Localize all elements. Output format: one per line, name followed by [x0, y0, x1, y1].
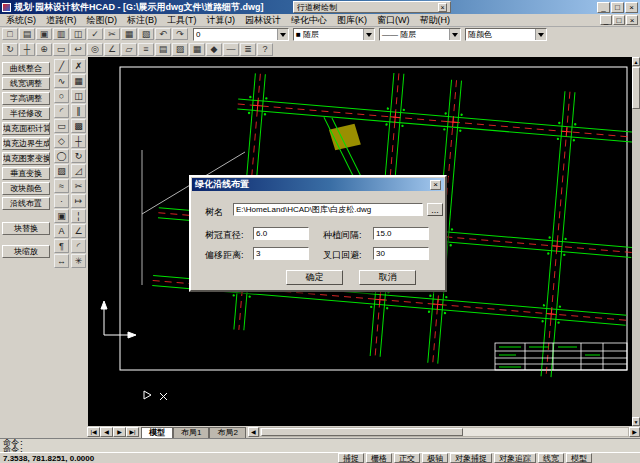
tab-nav-button-1[interactable]: ◀	[100, 427, 113, 437]
status-toggle-7[interactable]: 模型	[566, 453, 592, 463]
menu-item-4[interactable]: 工具(T)	[162, 14, 202, 27]
vertical-scroll-thumb[interactable]	[632, 67, 640, 109]
zoom-previous-icon[interactable]: ↩	[70, 43, 86, 56]
offset-icon[interactable]: ∥	[71, 104, 86, 118]
move-icon[interactable]: ┼	[71, 134, 86, 148]
new-icon[interactable]: □	[2, 28, 18, 40]
chamfer-icon[interactable]: ∠	[71, 224, 86, 238]
help-icon[interactable]: ?	[257, 43, 273, 56]
scroll-down-icon[interactable]: ▼	[632, 417, 640, 426]
junction-avoid-input[interactable]	[373, 247, 429, 260]
mdi-minimize-button[interactable]: _	[600, 15, 612, 25]
status-toggle-6[interactable]: 线宽	[538, 453, 564, 463]
offset-distance-input[interactable]	[253, 247, 309, 260]
zoom-window-icon[interactable]: ▭	[53, 43, 69, 56]
match-properties-icon[interactable]: ▨	[172, 43, 188, 56]
hatch-icon[interactable]: ▨	[54, 164, 69, 178]
lineweight-control-icon[interactable]: ≣	[240, 43, 256, 56]
mtext-icon[interactable]: ¶	[54, 239, 69, 253]
tab-model[interactable]: 模型	[141, 427, 173, 438]
linetype-combo[interactable]: —— 随层	[379, 28, 461, 41]
rectangle-icon[interactable]: ▭	[54, 119, 69, 133]
tab-nav-button-0[interactable]: |◀	[87, 427, 100, 437]
side-button-9[interactable]: 沿线布置	[2, 197, 50, 210]
text-icon[interactable]: A	[54, 224, 69, 238]
menu-item-6[interactable]: 园林设计	[240, 14, 286, 27]
extend-icon[interactable]: ↦	[71, 194, 86, 208]
side-button-0[interactable]: 曲线整合	[2, 62, 50, 75]
ok-button[interactable]: 确定	[286, 270, 343, 285]
scale-icon[interactable]: ◿	[71, 164, 86, 178]
break-icon[interactable]: ¦	[71, 209, 86, 223]
menu-item-9[interactable]: 窗口(W)	[372, 14, 415, 27]
horizontal-scroll-track[interactable]	[259, 427, 629, 437]
side-button-6[interactable]: 填充图案变换	[2, 152, 50, 165]
horizontal-scrollbar[interactable]: ◀ ▶	[248, 427, 640, 438]
maximize-button[interactable]: □	[611, 2, 624, 13]
spline-icon[interactable]: ≈	[54, 179, 69, 193]
paste-icon[interactable]: ▧	[138, 28, 154, 40]
distance-icon[interactable]: ∠	[104, 43, 120, 56]
side-button-3[interactable]: 半径修改	[2, 107, 50, 120]
status-toggle-5[interactable]: 对象追踪	[494, 453, 536, 463]
status-toggle-4[interactable]: 对象捕捉	[450, 453, 492, 463]
zoom-realtime-icon[interactable]: ⊕	[36, 43, 52, 56]
side-button-10[interactable]: 块替换	[2, 222, 50, 235]
vertical-scrollbar[interactable]: ▲ ▼	[632, 57, 640, 426]
tab-layout2[interactable]: 布局2	[209, 427, 245, 438]
layers-icon[interactable]: ▦	[189, 43, 205, 56]
mdi-restore-button[interactable]: □	[613, 15, 625, 25]
point-icon[interactable]: ·	[54, 194, 69, 208]
menu-item-5[interactable]: 计算(J)	[202, 14, 241, 27]
redo-icon[interactable]: ↷	[172, 28, 188, 40]
color-combo-arrow-icon[interactable]	[363, 29, 374, 40]
scroll-up-icon[interactable]: ▲	[632, 57, 640, 66]
menu-item-8[interactable]: 图库(K)	[332, 14, 372, 27]
scroll-right-icon[interactable]: ▶	[629, 427, 640, 437]
menu-item-10[interactable]: 帮助(H)	[415, 14, 456, 27]
properties-icon[interactable]: ▤	[155, 43, 171, 56]
cancel-button[interactable]: 取消	[359, 270, 416, 285]
dialog-close-button[interactable]: ×	[430, 180, 441, 190]
status-toggle-3[interactable]: 极轴	[422, 453, 448, 463]
side-button-5[interactable]: 填充边界生成	[2, 137, 50, 150]
save-icon[interactable]: ▣	[36, 28, 52, 40]
scroll-left-icon[interactable]: ◀	[248, 427, 259, 437]
arc-icon[interactable]: ◜	[54, 104, 69, 118]
mirror-icon[interactable]: ◫	[71, 89, 86, 103]
ellipse-icon[interactable]: ◯	[54, 149, 69, 163]
array-icon[interactable]: ▩	[71, 119, 86, 133]
floating-toolbar-close-button[interactable]: ×	[438, 3, 447, 12]
horizontal-scroll-thumb[interactable]	[261, 428, 463, 436]
copy-icon[interactable]: ▦	[121, 28, 137, 40]
undo-icon[interactable]: ↶	[155, 28, 171, 40]
copy-object-icon[interactable]: ▦	[71, 74, 86, 88]
explode-icon[interactable]: ✳	[71, 254, 86, 268]
menu-item-1[interactable]: 道路(R)	[41, 14, 82, 27]
zoom-extents-icon[interactable]: ◎	[87, 43, 103, 56]
print-icon[interactable]: ▥	[53, 28, 69, 40]
block-icon[interactable]: ▣	[54, 209, 69, 223]
status-toggle-0[interactable]: 捕捉	[338, 453, 364, 463]
erase-icon[interactable]: ✗	[71, 59, 86, 73]
pan-icon[interactable]: ┼	[19, 43, 35, 56]
line-icon[interactable]: ╱	[54, 59, 69, 73]
polyline-icon[interactable]: ∿	[54, 74, 69, 88]
list-icon[interactable]: ≡	[138, 43, 154, 56]
status-toggle-1[interactable]: 栅格	[366, 453, 392, 463]
menu-item-3[interactable]: 标注(B)	[122, 14, 162, 27]
menu-item-2[interactable]: 绘图(D)	[82, 14, 123, 27]
floating-toolbar-street-trees[interactable]: 行道树绘制 ×	[293, 1, 451, 13]
linetype-combo-arrow-icon[interactable]	[449, 29, 460, 40]
minimize-button[interactable]: _	[597, 2, 610, 13]
plotstyle-combo-arrow-icon[interactable]	[535, 29, 546, 40]
redraw-icon[interactable]: ↻	[2, 43, 18, 56]
mdi-close-button[interactable]: ×	[626, 15, 638, 25]
command-window[interactable]: 命令:命令:	[0, 438, 640, 452]
crown-diameter-input[interactable]	[253, 227, 309, 240]
layer-combo[interactable]: 0	[193, 28, 289, 41]
tab-nav-button-3[interactable]: ▶|	[126, 427, 139, 437]
side-button-4[interactable]: 填充面积计算	[2, 122, 50, 135]
cut-icon[interactable]: ✂	[104, 28, 120, 40]
rotate-icon[interactable]: ↻	[71, 149, 86, 163]
